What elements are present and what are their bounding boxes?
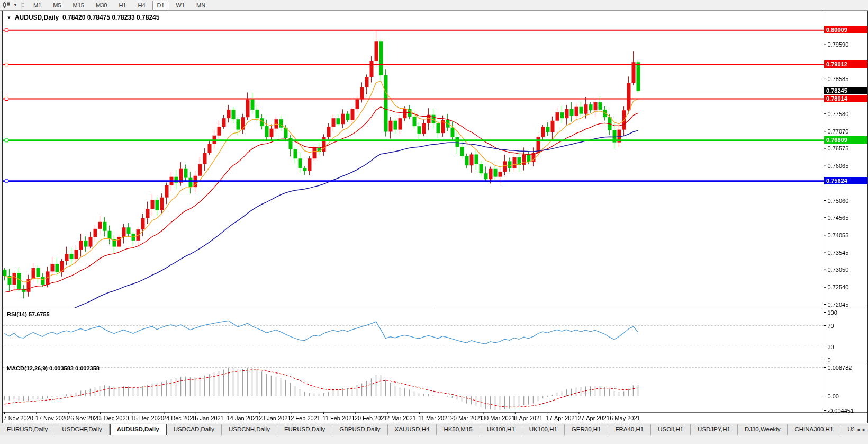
tab-uk100-h1[interactable]: UK100,H1 (522, 424, 565, 436)
tab-scroll-left-icon[interactable]: ◄ (856, 427, 861, 432)
tab-scroll-controls: ◄ ► (854, 424, 868, 435)
status-strip (0, 435, 868, 444)
timeframe-h1-button[interactable]: H1 (114, 1, 131, 10)
price-tag-0-80009: 0.80009 (824, 26, 867, 33)
chart-title-ohlc: 0.78420 0.78475 0.78233 0.78245 (62, 14, 160, 21)
chart-title: ▼ AUDUSD,Daily 0.78420 0.78475 0.78233 0… (7, 14, 159, 21)
tab-gbpusd-daily[interactable]: GBPUSD,Daily (332, 424, 387, 436)
tab-usdjpy-h1[interactable]: USDJPY,H1 (691, 424, 738, 436)
tab-usdcnh-daily[interactable]: USDCNH,Daily (222, 424, 277, 436)
tab-uk100-h1[interactable]: UK100,H1 (480, 424, 522, 436)
chart-title-symbol: AUDUSD,Daily (15, 14, 59, 21)
tab-scroll-right-icon[interactable]: ► (862, 427, 866, 432)
price-tag-0-78014: 0.78014 (824, 95, 867, 102)
tab-usoil-h1[interactable]: USOil,H1 (651, 424, 691, 436)
chart-type-button[interactable] (2, 1, 12, 10)
timeframe-m1-button[interactable]: M1 (29, 1, 46, 10)
timeframe-h4-button[interactable]: H4 (133, 1, 150, 10)
timeframe-m5-button[interactable]: M5 (48, 1, 66, 10)
chart-menu-arrow-icon[interactable]: ▼ (7, 15, 11, 20)
price-tag-0-79012: 0.79012 (824, 60, 867, 68)
price-tag-0-78245: 0.78245 (824, 87, 867, 94)
tab-hk50-m15[interactable]: HK50,M15 (437, 424, 480, 436)
timeframe-button-group: M1M5M15M30H1H4D1W1MN (28, 1, 211, 10)
price-tag-0-76809: 0.76809 (824, 136, 867, 144)
tab-usdcad-daily[interactable]: USDCAD,Daily (167, 424, 222, 436)
candlestick-chart-icon (3, 2, 11, 8)
top-toolbar: ▼ M1M5M15M30H1H4D1W1MN (0, 0, 868, 11)
toolbar-grip[interactable] (21, 2, 24, 9)
tab-eurusd-daily[interactable]: EURUSD,Daily (0, 424, 55, 436)
tab-ger30-h1[interactable]: GER30,H1 (565, 424, 609, 436)
timeframe-w1-button[interactable]: W1 (171, 1, 190, 10)
tab-eurusd-daily[interactable]: EURUSD,Daily (277, 424, 332, 436)
symbol-tab-bar: EURUSD,DailyUSDCHF,DailyAUDUSD,DailyUSDC… (0, 424, 868, 436)
tab-china300-h1[interactable]: CHINA300,H1 (788, 424, 840, 436)
chart-window: ▼ AUDUSD,Daily 0.78420 0.78475 0.78233 0… (2, 11, 868, 423)
macd-indicator-label: MACD(12,26,9) 0.003583 0.002358 (7, 365, 100, 371)
timeframe-m30-button[interactable]: M30 (91, 1, 112, 10)
tab-usdchf-daily[interactable]: USDCHF,Daily (55, 424, 109, 436)
chart-title-spacer (59, 14, 62, 21)
timeframe-m15-button[interactable]: M15 (68, 1, 89, 10)
rsi-indicator-label: RSI(14) 57.6755 (7, 311, 50, 317)
timeframe-d1-button[interactable]: D1 (152, 1, 169, 10)
price-chart-canvas[interactable] (3, 11, 867, 423)
price-tag-0-75624: 0.75624 (824, 177, 867, 184)
tab-dj30-weekly[interactable]: DJ30,Weekly (738, 424, 788, 436)
chart-type-dropdown-button[interactable]: ▼ (12, 3, 19, 7)
tab-fra40-h1[interactable]: FRA40,H1 (608, 424, 651, 436)
timeframe-mn-button[interactable]: MN (192, 1, 210, 10)
tab-xauusd-h4[interactable]: XAUUSD,H4 (388, 424, 437, 436)
tab-audusd-daily[interactable]: AUDUSD,Daily (110, 424, 167, 436)
